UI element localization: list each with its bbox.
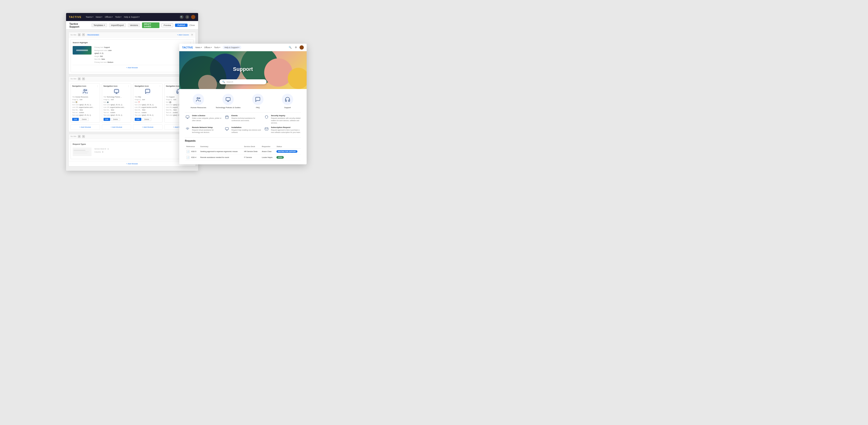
tech-icon-circle — [222, 94, 234, 105]
edit-tech-button[interactable]: Edit — [103, 118, 110, 121]
support-icon-circle — [282, 94, 293, 105]
editor-page-title: Tactive Support — [69, 22, 87, 28]
edit-faq-button[interactable]: Edit — [135, 118, 141, 121]
import-export-button[interactable]: Import/Export — [109, 23, 126, 27]
chevron-down-icon: ▾ — [219, 47, 220, 49]
editor-toolbar: Tactive Support Templates ▾ Import/Expor… — [66, 21, 198, 30]
hero-circle-yellow — [288, 68, 307, 89]
req-icon-xsd5: 📄 — [186, 150, 190, 153]
preview-nav-icon-hr[interactable]: Human Resources — [185, 94, 212, 109]
section-close-icon[interactable]: ✕ — [190, 33, 194, 36]
preview-search-icon[interactable]: 🔍 — [288, 46, 292, 49]
search-highlight-card: Search Highlight ⋮ Primary text: Support… — [70, 39, 194, 72]
delete-hr-button[interactable]: Delete — [80, 118, 89, 121]
events-icon — [224, 115, 229, 120]
table-row[interactable]: 📄 XSD-4 Remote assistance needed for eve… — [185, 154, 301, 160]
preview-nav-icon-support[interactable]: Support — [274, 94, 301, 109]
add-column-button[interactable]: + Add Column — [177, 34, 189, 36]
templates-button[interactable]: Templates ▾ — [92, 23, 107, 27]
rt-item-events[interactable]: Events Reserve technical assistance for … — [224, 115, 261, 124]
chevron-icon: ▾ — [121, 16, 121, 18]
nav-item-tools[interactable]: Tools ▾ — [115, 16, 121, 18]
ref-xsd5: 📄 XSD-5 — [185, 148, 199, 154]
nav-item-help[interactable]: Help & Support ▾ — [124, 16, 140, 18]
publish-button[interactable]: Publish — [175, 24, 187, 27]
preview-nav-icon-tech[interactable]: Technology Policies & Guides — [215, 94, 242, 109]
search-icon[interactable]: 🔍 — [180, 15, 184, 19]
delete-tech-button[interactable]: Delete — [111, 118, 120, 121]
versions-button[interactable]: Versions — [128, 23, 140, 27]
settings-icon[interactable]: ⚙ — [185, 15, 189, 19]
close-button[interactable]: Close — [189, 24, 195, 26]
prop-primary-text: Primary text: Support — [94, 46, 114, 49]
delete-faq-button[interactable]: Delete — [142, 118, 151, 121]
menu-icon-faq[interactable]: ⋮ — [159, 85, 161, 87]
faq-icon-props: Title FAQ Image ty... icon Icon ❓ Icon c… — [135, 96, 161, 116]
edit-icon[interactable]: ✎ — [82, 33, 85, 36]
chevron-down-icon: ▾ — [239, 47, 239, 49]
editor-content: No title A ✎ Recommended + Add Column ✕ … — [66, 30, 198, 171]
nav-icon-card-hr: Navigation Icon ⋮ Title Human Resources … — [70, 83, 100, 122]
rt-item-security[interactable]: Security Inquiry Request assistance with… — [264, 115, 301, 124]
preview-nav-offices[interactable]: Offices ▾ — [204, 46, 212, 49]
add-module-col2[interactable]: + Add Module — [102, 124, 131, 130]
preview-nav-icons-section: Human Resources Technology Policies & Gu… — [179, 89, 307, 112]
preview-hero: Support 🔍 Search — [179, 51, 307, 89]
installation-icon — [224, 126, 229, 132]
font-icon[interactable]: A — [78, 33, 81, 36]
rt-item-subscription[interactable]: Subscription Request Request approval to… — [264, 126, 301, 134]
prop-rgba: rgba(0, 0, 0) — [94, 52, 114, 55]
requests-table: Reference Summary Service Desk Requester… — [185, 144, 301, 161]
preview-button[interactable]: Preview — [161, 23, 173, 27]
table-header-row: Reference Summary Service Desk Requester… — [185, 144, 301, 149]
hero-search-placeholder: Search — [226, 81, 233, 83]
rt-info-installation: Installation Request help installing new… — [231, 126, 261, 134]
nav-icon-card-tech: Navigation Icon ⋮ Title Technology Polic… — [102, 83, 131, 122]
request-types-card: Request Types Service Desk ID 1 — [70, 141, 194, 159]
rt-item-remote-network[interactable]: Remote Network Setup Request virtual ass… — [185, 126, 222, 134]
font-icon-3[interactable]: A — [78, 135, 81, 138]
rt-item-installation[interactable]: Installation Request help installing new… — [224, 126, 261, 134]
nav-item-teams[interactable]: Teams ▾ — [86, 16, 93, 18]
hr-icon-preview — [82, 88, 88, 95]
security-icon — [264, 115, 269, 120]
status-xsd5: WAITING FOR SUPPORT — [275, 148, 301, 154]
add-module-col3[interactable]: + Add Module — [133, 124, 162, 130]
font-icon-2[interactable]: A — [78, 78, 81, 80]
edit-icon-2[interactable]: ✎ — [82, 78, 85, 80]
nav-icon-card-header-faq: Navigation Icon ⋮ — [135, 85, 161, 87]
preview-window: TACTIVE News ▾ Offices ▾ Tools ▾ Help & … — [179, 44, 307, 164]
status-badge-waiting: WAITING FOR SUPPORT — [276, 150, 298, 153]
table-row[interactable]: 📄 XSD-5 Seeking approval to expense ergo… — [185, 148, 301, 154]
preview-settings-icon[interactable]: ⚙ — [294, 46, 298, 49]
faq-icon-circle — [252, 94, 264, 105]
preview-nav-news[interactable]: News ▾ — [195, 46, 202, 49]
preview-nav-icon-faq[interactable]: FAQ — [244, 94, 271, 109]
svg-rect-6 — [186, 116, 189, 118]
rt-info-remote-network: Remote Network Setup Request virtual ass… — [192, 126, 222, 134]
faq-icon-label: FAQ — [256, 107, 260, 109]
rt-props: Service Desk ID 1 Columns 3 — [94, 148, 108, 156]
nav-item-offices[interactable]: Offices ▾ — [105, 16, 113, 18]
menu-icon-tech[interactable]: ⋮ — [128, 85, 129, 87]
editor-topnav: TACTIVE Teams ▾ News ▾ Offices ▾ Tools ▾… — [66, 13, 198, 21]
preview-nav-help[interactable]: Help & Support ▾ — [223, 46, 242, 49]
add-module-col1[interactable]: + Add Module — [70, 124, 100, 130]
module-menu-icon[interactable]: ⋮ — [190, 41, 191, 44]
add-module-rt[interactable]: + Add Module — [69, 161, 195, 166]
ref-xsd4: 📄 XSD-4 — [185, 154, 199, 160]
rt-item-order-device[interactable]: Order a Device Order a new computer, pho… — [185, 115, 222, 124]
nav-item-news[interactable]: News ▾ — [96, 16, 102, 18]
edit-icon-3[interactable]: ✎ — [82, 135, 85, 138]
preview-user-avatar[interactable] — [300, 45, 304, 50]
section-header: No title A ✎ Recommended + Add Column ✕ — [69, 32, 195, 37]
preview-nav-tools[interactable]: Tools ▾ — [214, 46, 220, 49]
hero-search-bar[interactable]: 🔍 Search — [219, 79, 267, 84]
service-desk-xsd5: HR Service Desk — [243, 148, 260, 154]
svg-rect-2 — [115, 89, 119, 92]
add-module-button-1[interactable]: + Add Module — [73, 65, 191, 70]
edit-hr-button[interactable]: Edit — [72, 118, 79, 121]
summary-xsd4: Remote assistance needed for event — [199, 154, 243, 160]
menu-icon[interactable]: ⋮ — [96, 85, 98, 87]
user-avatar[interactable] — [191, 15, 195, 19]
